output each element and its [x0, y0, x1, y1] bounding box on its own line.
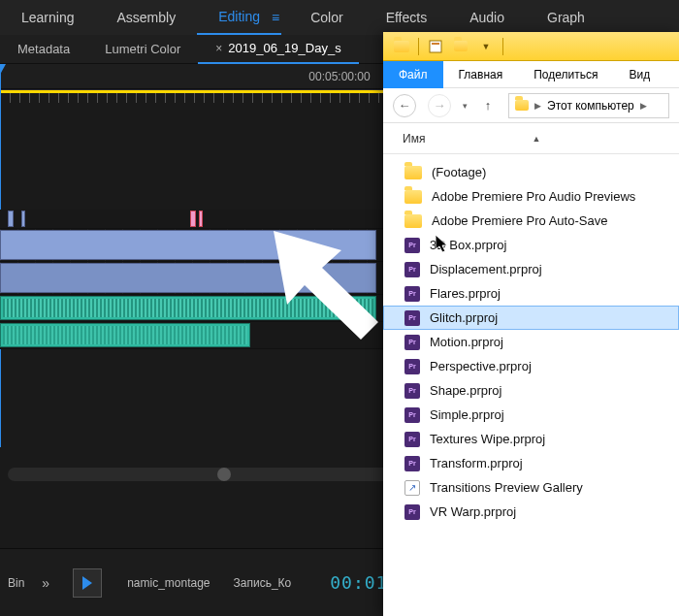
- file-name-label: Flares.prproj: [430, 286, 501, 301]
- prproj-icon: [404, 286, 420, 302]
- workspace-tab-learning[interactable]: Learning: [0, 0, 96, 35]
- svg-rect-2: [432, 43, 439, 45]
- prproj-icon: [404, 456, 420, 471]
- nav-back-button[interactable]: ←: [393, 94, 416, 117]
- file-row[interactable]: Textures Wipe.prproj: [383, 427, 679, 451]
- crumb-folder-icon: [515, 100, 529, 111]
- prproj-icon: [404, 383, 420, 399]
- prproj-icon: [404, 310, 420, 326]
- file-name-label: Glitch.prproj: [430, 310, 498, 325]
- ribbon-tab-home[interactable]: Главная: [443, 61, 519, 88]
- file-explorer-window[interactable]: ▼ Файл Главная Поделиться Вид ← → ▾ ↑ ▶ …: [383, 32, 679, 616]
- file-name-label: Perspective.prproj: [430, 359, 532, 373]
- source-clip-2[interactable]: Запись_Ко: [222, 576, 304, 590]
- file-row[interactable]: Glitch.prproj: [383, 306, 679, 330]
- qat-dropdown-icon[interactable]: ▼: [477, 38, 495, 55]
- prproj-icon: [404, 335, 420, 350]
- file-row[interactable]: Adobe Premiere Pro Auto-Save: [383, 209, 679, 233]
- panel-tab-metadata[interactable]: Metadata: [0, 35, 87, 64]
- prproj-icon: [404, 262, 420, 277]
- prproj-icon: [404, 359, 420, 374]
- play-button[interactable]: [73, 568, 102, 598]
- file-name-label: VR Warp.prproj: [430, 504, 516, 519]
- column-header[interactable]: Имя ▲: [383, 123, 679, 154]
- file-row[interactable]: Shape.prproj: [383, 378, 679, 403]
- file-name-label: 3D Box.prproj: [430, 238, 506, 252]
- qat-properties-icon[interactable]: [427, 38, 444, 55]
- column-name-header[interactable]: Имя: [403, 132, 425, 146]
- file-row[interactable]: (Footage): [383, 160, 679, 184]
- nav-history-dropdown-icon[interactable]: ▾: [463, 101, 468, 111]
- panel-tab-sequence[interactable]: × 2019_06_19_Day_s: [198, 35, 358, 64]
- scroll-thumb[interactable]: [217, 468, 231, 481]
- folder-icon: [404, 166, 422, 179]
- shortcut-icon: ↗: [404, 480, 420, 496]
- ribbon-tabs: Файл Главная Поделиться Вид: [383, 61, 679, 88]
- file-row[interactable]: Perspective.prproj: [383, 354, 679, 378]
- folder-icon: [404, 190, 422, 204]
- file-name-label: Simple.prproj: [430, 407, 504, 422]
- chevron-right-icon[interactable]: ▶: [640, 101, 647, 111]
- workspace-tab-color[interactable]: Color: [289, 0, 364, 35]
- panel-tab-lumetri[interactable]: Lumetri Color: [87, 35, 198, 64]
- workspace-tab-audio[interactable]: Audio: [448, 0, 526, 35]
- file-row[interactable]: Transform.prproj: [383, 451, 679, 475]
- file-name-label: Displacement.prproj: [430, 262, 542, 276]
- sort-indicator-icon: ▲: [532, 134, 540, 144]
- file-row[interactable]: Motion.prproj: [383, 330, 679, 354]
- file-row[interactable]: Simple.prproj: [383, 403, 679, 427]
- address-bar[interactable]: ▶ Этот компьютер ▶: [508, 93, 669, 118]
- workspace-tab-editing[interactable]: Editing: [197, 0, 281, 35]
- nav-up-button[interactable]: ↑: [479, 98, 497, 113]
- breadcrumb-segment[interactable]: Этот компьютер: [547, 99, 634, 113]
- file-row[interactable]: Adobe Premiere Pro Audio Previews: [383, 184, 679, 209]
- ribbon-tab-view[interactable]: Вид: [613, 61, 665, 88]
- workspace-tab-graphics[interactable]: Graph: [526, 0, 606, 35]
- file-row[interactable]: VR Warp.prproj: [383, 500, 679, 524]
- file-row[interactable]: Displacement.prproj: [383, 257, 679, 281]
- bin-tab[interactable]: Bin: [0, 576, 32, 590]
- nav-forward-button[interactable]: →: [428, 94, 451, 117]
- close-icon[interactable]: ×: [215, 42, 222, 55]
- file-name-label: Transform.prproj: [430, 456, 523, 470]
- file-row[interactable]: 3D Box.prproj: [383, 233, 679, 257]
- quick-access-toolbar: ▼: [383, 32, 679, 61]
- ribbon-tab-share[interactable]: Поделиться: [518, 61, 613, 88]
- file-name-label: Adobe Premiere Pro Auto-Save: [432, 213, 607, 228]
- file-name-label: Adobe Premiere Pro Audio Previews: [432, 189, 635, 204]
- workspace-tab-assembly[interactable]: Assembly: [96, 0, 198, 35]
- folder-icon: [404, 214, 422, 228]
- workspace-bar: Learning Assembly Editing ≡ Color Effect…: [0, 0, 679, 35]
- prproj-icon: [404, 504, 420, 520]
- file-name-label: (Footage): [432, 165, 486, 179]
- svg-rect-1: [430, 41, 441, 52]
- file-name-label: Shape.prproj: [430, 383, 501, 398]
- file-row[interactable]: Flares.prproj: [383, 281, 679, 306]
- play-icon: [82, 576, 92, 590]
- source-clip-1[interactable]: namic_montage: [115, 576, 221, 590]
- prproj-icon: [404, 238, 420, 253]
- prproj-icon: [404, 432, 420, 447]
- workspace-tab-effects[interactable]: Effects: [365, 0, 449, 35]
- overflow-icon[interactable]: »: [32, 575, 59, 591]
- sequence-tab-label: 2019_06_19_Day_s: [228, 41, 340, 55]
- ruler-time-label: 00:05:00:00: [308, 70, 370, 83]
- file-name-label: Motion.prproj: [430, 335, 503, 349]
- explorer-app-icon: [393, 38, 410, 55]
- file-name-label: Transitions Preview Gallery: [430, 480, 583, 495]
- qat-newfolder-icon[interactable]: [452, 38, 469, 55]
- workspace-menu-icon[interactable]: ≡: [272, 10, 279, 25]
- ribbon-tab-file[interactable]: Файл: [383, 61, 443, 88]
- prproj-icon: [404, 407, 420, 423]
- nav-toolbar: ← → ▾ ↑ ▶ Этот компьютер ▶: [383, 88, 679, 123]
- file-list[interactable]: (Footage)Adobe Premiere Pro Audio Previe…: [383, 154, 679, 530]
- chevron-right-icon[interactable]: ▶: [534, 101, 541, 111]
- file-name-label: Textures Wipe.prproj: [430, 432, 545, 446]
- file-row[interactable]: ↗Transitions Preview Gallery: [383, 475, 679, 500]
